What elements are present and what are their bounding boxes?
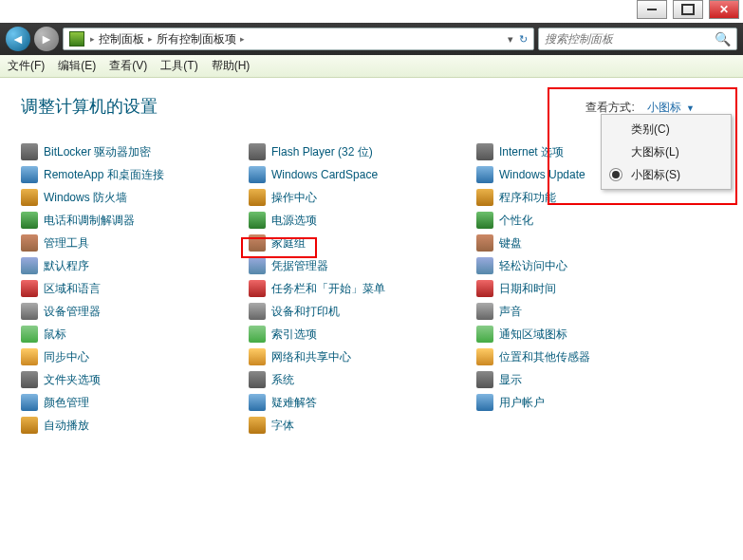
back-button[interactable]: ◄ bbox=[6, 27, 30, 51]
menu-view[interactable]: 查看(V) bbox=[109, 58, 147, 74]
control-panel-item[interactable]: 轻松访问中心 bbox=[476, 254, 704, 277]
control-panel-item[interactable]: 自动播放 bbox=[21, 414, 249, 437]
item-icon bbox=[476, 280, 493, 297]
window-caption-buttons bbox=[637, 0, 739, 21]
navigation-bar: ◄ ► ▸ 控制面板 ▸ 所有控制面板项 ▸ ▾ ↻ 🔍 bbox=[0, 23, 743, 55]
control-panel-item[interactable]: RemoteApp 和桌面连接 bbox=[21, 163, 249, 186]
chevron-down-icon: ▼ bbox=[686, 103, 695, 113]
control-panel-item[interactable]: 区域和语言 bbox=[21, 277, 249, 300]
item-label: 管理工具 bbox=[44, 235, 89, 252]
minimize-button[interactable] bbox=[637, 0, 667, 19]
dropdown-item-category[interactable]: 类别(C) bbox=[604, 118, 728, 140]
item-icon bbox=[249, 143, 266, 160]
control-panel-item[interactable]: Windows 防火墙 bbox=[21, 186, 249, 209]
refresh-button[interactable]: ↻ bbox=[519, 33, 528, 46]
item-label: 鼠标 bbox=[44, 327, 66, 343]
chevron-right-icon: ▸ bbox=[90, 34, 95, 44]
view-value: 小图标 bbox=[647, 101, 681, 114]
item-icon bbox=[476, 394, 493, 411]
control-panel-item[interactable]: 索引选项 bbox=[249, 323, 476, 345]
item-label: 轻松访问中心 bbox=[499, 258, 567, 274]
item-label: 网络和共享中心 bbox=[271, 349, 351, 365]
control-panel-item[interactable]: 文件夹选项 bbox=[21, 368, 249, 391]
control-panel-item[interactable]: 通知区域图标 bbox=[476, 323, 704, 345]
address-bar[interactable]: ▸ 控制面板 ▸ 所有控制面板项 ▸ ▾ ↻ bbox=[63, 28, 534, 50]
control-panel-item[interactable]: 日期和时间 bbox=[476, 277, 704, 300]
item-label: 家庭组 bbox=[271, 235, 306, 252]
item-icon bbox=[476, 166, 493, 183]
control-panel-item[interactable]: 家庭组 bbox=[249, 232, 476, 254]
item-icon bbox=[21, 234, 38, 252]
item-icon bbox=[476, 189, 493, 206]
item-label: 任务栏和「开始」菜单 bbox=[271, 281, 385, 297]
control-panel-item[interactable]: 疑难解答 bbox=[249, 391, 476, 414]
item-icon bbox=[21, 143, 38, 160]
item-icon bbox=[21, 394, 38, 411]
search-input[interactable] bbox=[545, 32, 715, 46]
maximize-button[interactable] bbox=[673, 0, 703, 19]
forward-button[interactable]: ► bbox=[34, 27, 59, 51]
menu-help[interactable]: 帮助(H) bbox=[212, 58, 251, 74]
control-panel-item[interactable]: 管理工具 bbox=[21, 232, 249, 254]
item-icon bbox=[21, 326, 38, 343]
dropdown-item-small[interactable]: 小图标(S) bbox=[604, 163, 728, 186]
menu-edit[interactable]: 编辑(E) bbox=[58, 58, 96, 74]
item-label: Internet 选项 bbox=[499, 144, 564, 160]
menu-file[interactable]: 文件(F) bbox=[8, 58, 45, 74]
control-panel-item[interactable]: 显示 bbox=[476, 368, 704, 391]
dropdown-arrow-icon[interactable]: ▾ bbox=[508, 33, 513, 46]
item-label: 同步中心 bbox=[44, 349, 89, 365]
menu-tools[interactable]: 工具(T) bbox=[160, 58, 197, 74]
item-label: 字体 bbox=[271, 418, 294, 434]
item-label: 区域和语言 bbox=[44, 281, 101, 297]
item-label: 默认程序 bbox=[44, 258, 89, 274]
control-panel-item[interactable]: 鼠标 bbox=[21, 323, 249, 345]
control-panel-item[interactable]: 任务栏和「开始」菜单 bbox=[249, 277, 476, 300]
control-panel-item[interactable]: 颜色管理 bbox=[21, 391, 249, 414]
breadcrumb[interactable]: ▸ 控制面板 ▸ 所有控制面板项 ▸ bbox=[90, 31, 245, 47]
item-label: 用户帐户 bbox=[499, 395, 545, 411]
dropdown-item-large[interactable]: 大图标(L) bbox=[604, 140, 728, 163]
control-panel-item[interactable]: BitLocker 驱动器加密 bbox=[21, 140, 249, 163]
item-label: Windows CardSpace bbox=[271, 168, 378, 181]
control-panel-item[interactable]: 声音 bbox=[476, 300, 704, 323]
item-label: 通知区域图标 bbox=[499, 327, 567, 343]
item-label: 文件夹选项 bbox=[44, 372, 101, 388]
item-icon bbox=[21, 166, 38, 183]
control-panel-item[interactable]: 操作中心 bbox=[249, 186, 476, 209]
control-panel-item[interactable]: 设备管理器 bbox=[21, 300, 249, 323]
item-label: Flash Player (32 位) bbox=[271, 144, 373, 160]
item-label: 设备和打印机 bbox=[271, 304, 340, 320]
control-panel-item[interactable]: 电源选项 bbox=[249, 209, 476, 232]
breadcrumb-current[interactable]: 所有控制面板项 bbox=[157, 31, 236, 47]
chevron-right-icon: ▸ bbox=[148, 34, 153, 44]
control-panel-item[interactable]: Flash Player (32 位) bbox=[249, 140, 476, 163]
item-label: 操作中心 bbox=[271, 190, 317, 206]
close-button[interactable] bbox=[709, 0, 739, 19]
item-label: 程序和功能 bbox=[499, 190, 556, 206]
item-icon bbox=[21, 303, 38, 320]
control-panel-item[interactable]: 字体 bbox=[249, 414, 476, 437]
item-icon bbox=[476, 143, 493, 160]
breadcrumb-root[interactable]: 控制面板 bbox=[99, 31, 144, 47]
control-panel-item[interactable]: 同步中心 bbox=[21, 345, 249, 368]
control-panel-item[interactable]: 凭据管理器 bbox=[249, 254, 476, 277]
control-panel-item[interactable]: Windows CardSpace bbox=[249, 163, 476, 186]
item-icon bbox=[249, 417, 266, 434]
control-panel-item[interactable]: 网络和共享中心 bbox=[249, 345, 476, 368]
control-panel-item[interactable]: 个性化 bbox=[476, 209, 704, 232]
control-panel-item[interactable]: 设备和打印机 bbox=[249, 300, 476, 323]
control-panel-item[interactable]: 系统 bbox=[249, 368, 476, 391]
control-panel-item[interactable]: 默认程序 bbox=[21, 254, 249, 277]
item-label: 日期和时间 bbox=[499, 281, 556, 297]
control-panel-item[interactable]: 键盘 bbox=[476, 232, 704, 254]
column-2: Flash Player (32 位)Windows CardSpace操作中心… bbox=[249, 140, 476, 437]
item-label: 声音 bbox=[499, 304, 522, 320]
control-panel-item[interactable]: 电话和调制解调器 bbox=[21, 209, 249, 232]
search-icon[interactable]: 🔍 bbox=[715, 31, 731, 47]
search-box[interactable]: 🔍 bbox=[538, 28, 737, 50]
control-panel-item[interactable]: 位置和其他传感器 bbox=[476, 345, 704, 368]
item-label: Windows 防火墙 bbox=[44, 190, 127, 206]
control-panel-item[interactable]: 用户帐户 bbox=[476, 391, 704, 414]
item-icon bbox=[249, 280, 266, 297]
